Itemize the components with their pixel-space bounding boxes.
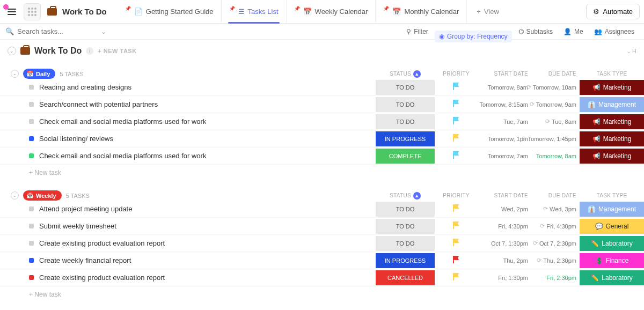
priority-cell[interactable] bbox=[435, 273, 478, 282]
task-row[interactable]: Social listening/ reviews IN PROGRESS To… bbox=[0, 130, 644, 147]
task-name[interactable]: Social listening/ reviews bbox=[39, 135, 113, 143]
collapse-all-button[interactable]: ⌄ bbox=[8, 47, 16, 55]
group-pill[interactable]: 📅 Weekly bbox=[23, 190, 62, 201]
status-badge[interactable]: IN PROGRESS bbox=[376, 253, 435, 268]
task-row[interactable]: Search/connect with potential partners T… bbox=[0, 96, 644, 113]
due-date[interactable]: ⟳Wed, 3pm bbox=[531, 205, 580, 212]
status-square-icon[interactable] bbox=[29, 85, 34, 90]
due-date[interactable]: Fri, 2:30pm bbox=[531, 275, 580, 281]
task-row[interactable]: Check email and social media platforms u… bbox=[0, 113, 644, 130]
start-date[interactable]: Wed, 2pm bbox=[478, 206, 531, 212]
start-date[interactable]: Thu, 2pm bbox=[478, 257, 531, 264]
status-badge[interactable]: IN PROGRESS bbox=[376, 131, 435, 146]
collapse-group-button[interactable]: ⌄ bbox=[11, 191, 19, 200]
status-badge[interactable]: TO DO bbox=[376, 236, 435, 251]
status-square-icon[interactable] bbox=[29, 275, 34, 280]
col-due[interactable]: DUE DATE bbox=[531, 71, 580, 77]
priority-cell[interactable] bbox=[435, 256, 478, 265]
filter-button[interactable]: ⚲Filter bbox=[402, 26, 433, 38]
hide-columns-button[interactable]: ⌄ H bbox=[626, 48, 636, 55]
priority-cell[interactable] bbox=[435, 83, 478, 92]
due-date[interactable]: ⟳Thu, 2:30pm bbox=[531, 257, 580, 264]
task-row[interactable]: Reading and creating designs TO DO Tomor… bbox=[0, 79, 644, 96]
status-badge[interactable]: TO DO bbox=[376, 202, 435, 217]
task-name[interactable]: Create weekly financial report bbox=[39, 256, 131, 264]
task-name[interactable]: Check email and social media platforms u… bbox=[39, 117, 206, 126]
tab-monthly-calendar[interactable]: 📌📅Monthly Calendar bbox=[376, 0, 467, 23]
task-name[interactable]: Attend project meeting update bbox=[39, 205, 132, 213]
col-type[interactable]: TASK TYPE bbox=[580, 71, 644, 77]
col-status[interactable]: STATUS▲ bbox=[376, 70, 435, 78]
task-row[interactable]: Create existing product evaluation repor… bbox=[0, 269, 644, 286]
task-type-tag[interactable]: 📢Marketing bbox=[580, 149, 644, 164]
me-button[interactable]: 👤Me bbox=[559, 26, 588, 38]
status-badge[interactable]: COMPLETE bbox=[376, 149, 435, 164]
task-name[interactable]: Submit weekly timesheet bbox=[39, 222, 116, 230]
task-row[interactable]: Submit weekly timesheet TO DO Fri, 4:30p… bbox=[0, 218, 644, 235]
status-square-icon[interactable] bbox=[29, 153, 34, 158]
task-type-tag[interactable]: ✏️Laboratory bbox=[580, 236, 644, 251]
col-priority[interactable]: PRIORITY bbox=[435, 193, 478, 198]
tab-tasks-list[interactable]: 📌☰Tasks List bbox=[222, 0, 287, 23]
priority-cell[interactable] bbox=[435, 222, 478, 231]
status-square-icon[interactable] bbox=[29, 102, 34, 107]
col-type[interactable]: TASK TYPE bbox=[580, 193, 644, 198]
task-type-tag[interactable]: 📢Marketing bbox=[580, 131, 644, 146]
task-type-tag[interactable]: 📢Marketing bbox=[580, 80, 644, 95]
new-task-row[interactable]: + New task bbox=[0, 286, 644, 302]
task-type-tag[interactable]: 👔Management bbox=[580, 97, 644, 112]
task-name[interactable]: Check email and social media platforms u… bbox=[39, 152, 206, 160]
status-badge[interactable]: TO DO bbox=[376, 97, 435, 112]
collapse-group-button[interactable]: ⌄ bbox=[11, 70, 19, 78]
priority-cell[interactable] bbox=[435, 100, 478, 109]
start-date[interactable]: Oct 7, 1:30pm bbox=[478, 240, 531, 247]
due-date[interactable]: ⟳Tomorrow, 1:45pm bbox=[531, 135, 580, 142]
status-badge[interactable]: TO DO bbox=[376, 114, 435, 129]
status-square-icon[interactable] bbox=[29, 241, 34, 246]
groupby-button[interactable]: ◉Group by: Frequency bbox=[435, 31, 512, 42]
task-type-tag[interactable]: 📢Marketing bbox=[580, 114, 644, 129]
start-date[interactable]: Tomorrow, 7am bbox=[478, 153, 531, 159]
assignees-button[interactable]: 👥Assignees bbox=[590, 26, 639, 38]
priority-cell[interactable] bbox=[435, 151, 478, 160]
task-name[interactable]: Create existing product evaluation repor… bbox=[39, 274, 165, 282]
info-icon[interactable]: i bbox=[86, 47, 93, 55]
task-name[interactable]: Search/connect with potential partners bbox=[39, 100, 158, 108]
status-square-icon[interactable] bbox=[29, 206, 34, 211]
col-due[interactable]: DUE DATE bbox=[531, 193, 580, 198]
priority-cell[interactable] bbox=[435, 134, 478, 143]
col-start[interactable]: START DATE bbox=[478, 71, 531, 77]
priority-cell[interactable] bbox=[435, 117, 478, 126]
status-square-icon[interactable] bbox=[29, 224, 34, 228]
task-row[interactable]: Create weekly financial report IN PROGRE… bbox=[0, 252, 644, 269]
task-name[interactable]: Create existing product evaluation repor… bbox=[39, 239, 165, 247]
search-input[interactable] bbox=[17, 27, 82, 35]
due-date[interactable]: Tomorrow, 8am bbox=[531, 153, 580, 159]
automate-button[interactable]: ⚙ Automate bbox=[586, 4, 640, 19]
task-type-tag[interactable]: 💲Finance bbox=[580, 253, 644, 268]
task-row[interactable]: Attend project meeting update TO DO Wed,… bbox=[0, 201, 644, 218]
priority-cell[interactable] bbox=[435, 239, 478, 248]
due-date[interactable]: ⟳Tue, 8am bbox=[531, 118, 580, 125]
task-row[interactable]: Check email and social media platforms u… bbox=[0, 147, 644, 165]
status-square-icon[interactable] bbox=[29, 258, 34, 263]
due-date[interactable]: ⟳Tomorrow, 9am bbox=[531, 101, 580, 108]
col-start[interactable]: START DATE bbox=[478, 193, 531, 198]
col-status[interactable]: STATUS▲ bbox=[376, 192, 435, 200]
search-dropdown-icon[interactable]: ⌄ bbox=[101, 28, 106, 35]
col-priority[interactable]: PRIORITY bbox=[435, 71, 478, 77]
status-square-icon[interactable] bbox=[29, 119, 34, 124]
start-date[interactable]: Tomorrow, 8:15am bbox=[478, 101, 531, 108]
start-date[interactable]: Tomorrow, 8am bbox=[478, 84, 531, 91]
due-date[interactable]: ⟳Fri, 4:30pm bbox=[531, 223, 580, 230]
status-square-icon[interactable] bbox=[29, 136, 34, 141]
new-task-row[interactable]: + New task bbox=[0, 165, 644, 181]
due-date[interactable]: ⟳Tomorrow, 10am bbox=[531, 84, 580, 91]
add-view-button[interactable]: + View bbox=[469, 8, 507, 16]
task-row[interactable]: Create existing product evaluation repor… bbox=[0, 235, 644, 252]
start-date[interactable]: Tue, 7am bbox=[478, 119, 531, 125]
new-task-button[interactable]: + NEW TASK bbox=[98, 48, 136, 54]
tab-weekly-calendar[interactable]: 📌📅Weekly Calendar bbox=[287, 0, 376, 23]
task-type-tag[interactable]: ✏️Laboratory bbox=[580, 270, 644, 285]
subtasks-button[interactable]: ⌬Subtasks bbox=[514, 26, 557, 38]
